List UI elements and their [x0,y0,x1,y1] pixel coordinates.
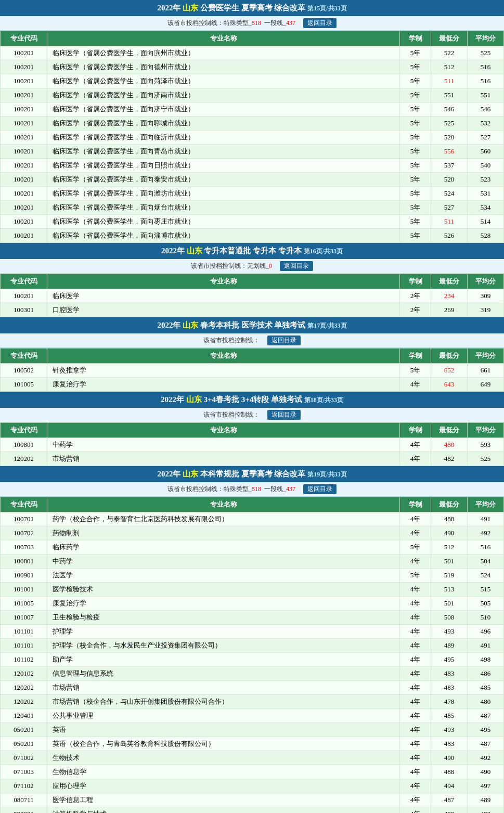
table-row-name: 医学检验技术 [47,583,400,597]
table-row-years: 4年 [400,653,431,667]
table-row-avg: 319 [468,303,504,317]
table-row-avg: 525 [468,46,504,60]
table-row-name: 临床医学（省属公费医学生，面向济宁市就业） [47,102,400,117]
table-row-years: 5年 [400,215,431,229]
table-row-name: 临床医学（省属公费医学生，面向济南市就业） [47,88,400,102]
table-row-min: 513 [431,583,468,597]
table-row-code: 071003 [1,765,47,779]
table-row-years: 5年 [400,540,431,554]
table-row-min: 519 [431,569,468,583]
table-row-avg: 516 [468,60,504,74]
col-header-years: 学制 [400,497,431,512]
table-row-name: 临床医学（省属公费医学生，面向德州市就业） [47,60,400,74]
table-row-years: 5年 [400,117,431,131]
table-row-years: 5年 [400,173,431,187]
table-row-code: 100201 [1,131,47,145]
col-header-code: 专业代码 [1,423,47,438]
table-row-name: 药学（校企合作，与泰智育仁北京医药科技发展有限公司） [47,512,400,526]
table-row-avg: 490 [468,765,504,779]
table-row-min: 482 [431,452,468,466]
table-row-years: 4年 [400,625,431,639]
col-header-avg: 平均分 [468,274,504,289]
table-row-avg: 551 [468,88,504,102]
table-row-avg: 489 [468,793,504,807]
table-row-avg: 498 [468,653,504,667]
return-btn-16[interactable]: 返回目录 [280,261,313,271]
table-row-avg: 540 [468,159,504,173]
table-row-avg: 487 [468,709,504,723]
table-row-min: 546 [431,102,468,117]
table-row-years: 5年 [400,569,431,583]
table-row-name: 卫生检验与检疫 [47,611,400,625]
section-19-table: 专业代码 专业名称 学制 最低分 平均分 100701 药学（校企合作，与泰智育… [0,497,504,813]
table-row-code: 071102 [1,779,47,793]
table-row-avg: 546 [468,102,504,117]
table-row-years: 5年 [400,159,431,173]
col-header-min: 最低分 [431,423,468,438]
col-header-min: 最低分 [431,349,468,364]
table-row-years: 5年 [400,74,431,88]
table-row-years: 4年 [400,526,431,540]
return-btn-17[interactable]: 返回目录 [267,335,301,345]
table-row-name: 临床医学（省属公费医学生，面向淄博市就业） [47,229,400,243]
table-row-years: 4年 [400,779,431,793]
table-row-min: 487 [431,793,468,807]
table-row-min: 511 [431,215,468,229]
table-row-code: 100201 [1,187,47,201]
table-row-name: 临床医学（省属公费医学生，面向日照市就业） [47,159,400,173]
table-row-code: 101001 [1,583,47,597]
table-row-code: 100201 [1,201,47,215]
table-row-code: 100201 [1,173,47,187]
table-row-avg: 593 [468,438,504,452]
table-row-min: 480 [431,438,468,452]
table-row-years: 4年 [400,378,431,392]
table-row-avg: 532 [468,117,504,131]
table-row-years: 4年 [400,639,431,653]
table-row-years: 4年 [400,512,431,526]
table-row-min: 501 [431,554,468,569]
table-row-years: 5年 [400,187,431,201]
return-btn-19[interactable]: 返回目录 [303,484,337,494]
section-17: 2022年 山东 春考本科批 医学技术 单独考试 第17页/共33页 该省市投档… [0,317,504,392]
table-row-code: 100703 [1,540,47,554]
table-row-min: 512 [431,60,468,74]
table-row-code: 100201 [1,88,47,102]
table-row-avg: 491 [468,639,504,653]
col-header-min: 最低分 [431,274,468,289]
col-header-years: 学制 [400,274,431,289]
table-row-avg: 661 [468,364,504,378]
table-row-years: 4年 [400,709,431,723]
table-row-name: 临床药学 [47,540,400,554]
table-row-name: 口腔医学 [47,303,400,317]
table-row-years: 4年 [400,737,431,751]
section-19: 2022年 山东 本科常规批 夏季高考 综合改革 第19页/共33页 该省市投档… [0,466,504,813]
table-row-code: 100801 [1,438,47,452]
table-row-years: 5年 [400,131,431,145]
col-header-years: 学制 [400,423,431,438]
table-row-name: 市场营销 [47,681,400,695]
table-row-avg: 514 [468,215,504,229]
table-row-avg: 492 [468,751,504,765]
table-row-years: 5年 [400,364,431,378]
section-18-table: 专业代码 专业名称 学制 最低分 平均分 100801 中药学 4年 480 5… [0,422,504,466]
table-row-min: 494 [431,779,468,793]
return-btn-18[interactable]: 返回目录 [267,410,301,420]
col-header-years: 学制 [400,349,431,364]
table-row-code: 100201 [1,215,47,229]
table-row-min: 478 [431,695,468,709]
col-header-name: 专业名称 [47,31,400,46]
table-row-name: 临床医学（省属公费医学生，面向枣庄市就业） [47,215,400,229]
table-row-avg: 309 [468,289,504,303]
col-header-name: 专业名称 [47,274,400,289]
table-row-code: 101005 [1,378,47,392]
table-row-code: 100901 [1,569,47,583]
table-row-min: 511 [431,74,468,88]
section-15-control: 该省市投档控制线：特殊类型_518 一段线_437 返回目录 [0,16,504,31]
table-row-min: 526 [431,229,468,243]
table-row-min: 488 [431,765,468,779]
table-row-name: 护理学 [47,625,400,639]
table-row-code: 050201 [1,723,47,737]
table-row-min: 269 [431,303,468,317]
return-btn-15[interactable]: 返回目录 [303,18,337,28]
table-row-code: 050201 [1,737,47,751]
